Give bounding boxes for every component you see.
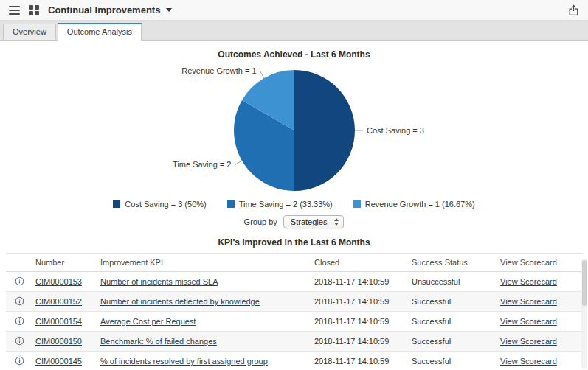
table-row: CIM0000153 Number of incidents missed SL… — [6, 272, 583, 292]
closed-value: 2018-11-17 14:10:59 — [314, 317, 389, 326]
col-header-success-status[interactable]: Success Status — [409, 254, 497, 272]
view-scorecard-link[interactable]: View Scorecard — [500, 357, 557, 366]
chart-legend: Cost Saving = 3 (50%) Time Saving = 2 (3… — [0, 200, 588, 209]
dashboard-content: Outcomes Achieved - Last 6 Months Cost S… — [0, 49, 588, 370]
chevron-down-icon — [166, 8, 172, 12]
grid-icon — [29, 5, 39, 15]
tab-overview[interactable]: Overview — [3, 24, 56, 40]
col-header-icon — [6, 254, 32, 272]
kpi-link[interactable]: Number of incidents missed SLA — [100, 277, 218, 286]
chart-title: Outcomes Achieved - Last 6 Months — [0, 49, 588, 60]
col-header-closed[interactable]: Closed — [311, 254, 409, 272]
info-icon[interactable] — [15, 336, 24, 346]
legend-swatch — [353, 200, 361, 208]
tab-outcome-analysis[interactable]: Outcome Analysis — [58, 23, 142, 41]
info-icon[interactable] — [15, 316, 24, 326]
pie-chart-svg: Cost Saving = 3Time Saving = 2Revenue Gr… — [103, 61, 486, 200]
table-row: CIM0000145 % of incidents resolved by fi… — [6, 352, 583, 370]
table-scrollbar[interactable] — [581, 259, 587, 369]
kpi-link[interactable]: Benchmark: % of failed changes — [100, 337, 217, 346]
record-number-link[interactable]: CIM0000154 — [35, 317, 82, 326]
record-number-link[interactable]: CIM0000145 — [35, 357, 82, 366]
legend-item-cost-saving[interactable]: Cost Saving = 3 (50%) — [113, 200, 206, 209]
status-value: Successful — [412, 357, 451, 366]
status-value: Successful — [412, 297, 451, 306]
pie-callout-label: Cost Saving = 3 — [367, 126, 424, 135]
col-header-improvement-kpi[interactable]: Improvement KPI — [97, 254, 311, 272]
tab-bar: Overview Outcome Analysis — [0, 21, 588, 41]
share-button[interactable] — [568, 4, 579, 16]
info-icon[interactable] — [15, 296, 24, 306]
dashboard-title-dropdown[interactable]: Continual Improvements — [48, 4, 172, 15]
closed-value: 2018-11-17 14:10:59 — [314, 277, 389, 286]
record-number-link[interactable]: CIM0000152 — [35, 297, 82, 306]
app-window: Continual Improvements Overview Outcome … — [0, 0, 588, 370]
status-value: Successful — [412, 337, 451, 346]
group-by-label: Group by — [244, 217, 277, 226]
status-value: Unsuccessful — [412, 277, 460, 286]
legend-item-revenue-growth[interactable]: Revenue Growth = 1 (16.67%) — [353, 200, 475, 209]
info-icon[interactable] — [15, 276, 24, 286]
closed-value: 2018-11-17 14:10:59 — [314, 297, 389, 306]
app-picker-button[interactable] — [29, 5, 39, 15]
pie-slice-cost-saving[interactable] — [294, 70, 355, 191]
group-by-select[interactable]: Strategies — [283, 215, 345, 228]
table-header-row: Number Improvement KPI Closed Success St… — [6, 254, 583, 272]
legend-item-time-saving[interactable]: Time Saving = 2 (33.33%) — [227, 200, 333, 209]
menu-button[interactable] — [9, 6, 20, 15]
view-scorecard-link[interactable]: View Scorecard — [500, 277, 557, 286]
legend-label: Time Saving = 2 (33.33%) — [239, 200, 333, 209]
group-by-selected-value: Strategies — [291, 217, 328, 226]
col-header-number[interactable]: Number — [32, 254, 97, 272]
table-row: CIM0000154 Average Cost per Request 2018… — [6, 312, 583, 332]
record-number-link[interactable]: CIM0000150 — [35, 337, 82, 346]
hamburger-icon — [9, 6, 20, 15]
tab-label: Outcome Analysis — [67, 27, 132, 36]
tab-label: Overview — [13, 27, 46, 36]
table-title: KPI's Improved in the Last 6 Months — [0, 237, 588, 248]
kpi-link[interactable]: % of incidents resolved by first assigne… — [100, 357, 268, 366]
kpi-link[interactable]: Average Cost per Request — [100, 317, 196, 326]
legend-swatch — [227, 200, 235, 208]
pie-callout-label: Revenue Growth = 1 — [181, 66, 256, 75]
view-scorecard-link[interactable]: View Scorecard — [500, 297, 557, 306]
pie-callout-line — [235, 161, 242, 165]
table-row: CIM0000152 Number of incidents deflected… — [6, 292, 583, 312]
top-header: Continual Improvements — [0, 0, 588, 21]
pie-callout-line — [260, 71, 264, 78]
view-scorecard-link[interactable]: View Scorecard — [500, 317, 557, 326]
select-arrows-icon — [334, 218, 339, 226]
closed-value: 2018-11-17 14:10:59 — [314, 337, 389, 346]
col-header-view-scorecard[interactable]: View Scorecard — [497, 254, 583, 272]
legend-label: Cost Saving = 3 (50%) — [125, 200, 206, 209]
record-number-link[interactable]: CIM0000153 — [35, 277, 82, 286]
pie-callout-label: Time Saving = 2 — [173, 160, 231, 169]
legend-label: Revenue Growth = 1 (16.67%) — [365, 200, 475, 209]
info-icon[interactable] — [15, 356, 24, 366]
legend-swatch — [113, 200, 120, 208]
closed-value: 2018-11-17 14:10:59 — [314, 357, 389, 366]
kpi-link[interactable]: Number of incidents deflected by knowled… — [100, 297, 260, 306]
page-title: Continual Improvements — [48, 4, 160, 15]
table-row: CIM0000150 Benchmark: % of failed change… — [6, 332, 583, 352]
group-by-control: Group by Strategies — [0, 215, 588, 228]
kpi-table: Number Improvement KPI Closed Success St… — [6, 253, 583, 370]
status-value: Successful — [412, 317, 451, 326]
view-scorecard-link[interactable]: View Scorecard — [500, 337, 557, 346]
scrollbar-thumb[interactable] — [582, 260, 587, 306]
share-export-icon — [568, 4, 579, 16]
